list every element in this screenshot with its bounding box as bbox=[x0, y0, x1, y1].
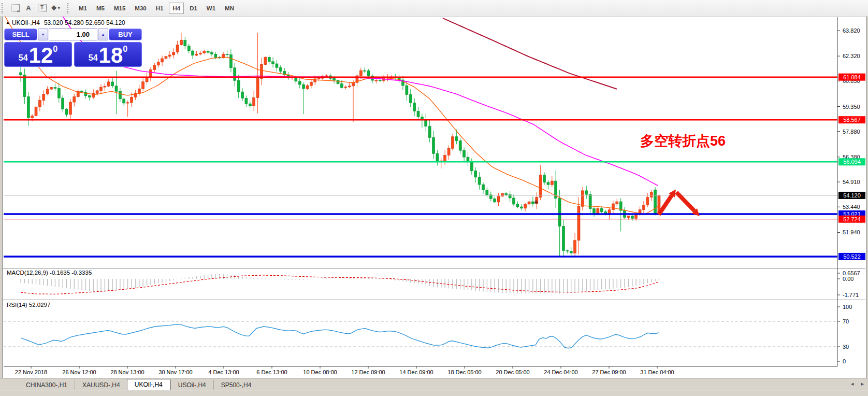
text-box-button[interactable]: T bbox=[35, 2, 49, 15]
chart-tab-ukoil-h4[interactable]: UKOil-,H4 bbox=[127, 379, 170, 390]
one-click-trading-widget: SELL ▾ ▴ BUY 54 12 0 54 18 0 bbox=[4, 29, 142, 68]
top-toolbar: F A T ❖ ▾ M1M5M15M30H1H4D1W1MN bbox=[0, 0, 868, 17]
status-bar bbox=[0, 390, 868, 396]
volume-input[interactable] bbox=[49, 29, 97, 40]
macd-indicator-label: MACD(12,26,9) -0.1635 -0.3335 bbox=[7, 270, 92, 276]
buy-button[interactable]: BUY bbox=[109, 29, 142, 40]
chart-tab-usoil-h4[interactable]: USOil-,H4 bbox=[170, 380, 213, 390]
tabs-container: CHINA300-,H1XAUUSD-,H4UKOil-,H4USOil-,H4… bbox=[19, 379, 258, 390]
sell-price-panel[interactable]: 54 12 0 bbox=[4, 42, 72, 67]
timeframe-button-h1[interactable]: H1 bbox=[152, 3, 167, 14]
timeframe-button-m15[interactable]: M15 bbox=[110, 3, 129, 14]
chart-frame-icon: F bbox=[11, 4, 20, 12]
shapes-button[interactable]: ❖ ▾ bbox=[49, 2, 62, 15]
tab-scroll-right-icon[interactable]: ▸ bbox=[861, 380, 864, 387]
sell-price-big: 12 bbox=[29, 47, 53, 64]
timeframe-button-h4[interactable]: H4 bbox=[169, 3, 184, 14]
timeframe-button-m1[interactable]: M1 bbox=[75, 3, 91, 14]
shapes-icon: ❖ bbox=[51, 4, 57, 12]
sell-button[interactable]: SELL bbox=[4, 29, 37, 40]
chart-tab-xauusd-h4[interactable]: XAUUSD-,H4 bbox=[75, 380, 127, 390]
buy-price-panel[interactable]: 54 18 0 bbox=[74, 42, 142, 67]
timeframe-button-m30[interactable]: M30 bbox=[131, 3, 150, 14]
tab-scroll-left-icon[interactable]: ◂ bbox=[851, 380, 854, 387]
chart-tab-china300-h1[interactable]: CHINA300-,H1 bbox=[19, 380, 75, 390]
chevron-down-icon: ▾ bbox=[58, 6, 60, 10]
symbol-name: UKOil-,H4 bbox=[12, 19, 40, 26]
collapse-arrow-icon[interactable]: ▲ bbox=[6, 20, 10, 25]
chart-frame-button[interactable]: F bbox=[8, 2, 22, 15]
timeframe-button-group: M1M5M15M30H1H4D1W1MN bbox=[74, 3, 239, 14]
volume-decrease-button[interactable]: ▾ bbox=[38, 29, 48, 40]
rsi-indicator-label: RSI(14) 52.0297 bbox=[7, 302, 50, 308]
timeframe-button-mn[interactable]: MN bbox=[221, 3, 238, 14]
timeframe-button-w1[interactable]: W1 bbox=[203, 3, 219, 14]
buy-price-prefix: 54 bbox=[89, 53, 98, 63]
buy-price-sup: 0 bbox=[123, 45, 127, 54]
timeframe-button-d1[interactable]: D1 bbox=[186, 3, 201, 14]
toolbar-grip-2[interactable] bbox=[67, 3, 71, 13]
chart-tab-sp500-h4[interactable]: SP500-,H4 bbox=[213, 380, 259, 390]
sell-price-sup: 0 bbox=[53, 45, 57, 54]
chart-window[interactable] bbox=[2, 16, 866, 390]
sell-price-prefix: 54 bbox=[19, 53, 28, 63]
chart-tab-bar: CHINA300-,H1XAUUSD-,H4UKOil-,H4USOil-,H4… bbox=[0, 378, 868, 390]
chart-annotation-text: 多空转折点56 bbox=[640, 132, 726, 150]
toolbar-grip[interactable] bbox=[2, 3, 5, 13]
ohlc-values: 53.020 54.280 52.650 54.120 bbox=[44, 19, 125, 26]
text-label-icon: A bbox=[26, 4, 31, 12]
volume-increase-button[interactable]: ▴ bbox=[98, 29, 108, 40]
chart-symbol-title: ▲UKOil-,H453.020 54.280 52.650 54.120 bbox=[6, 19, 125, 26]
text-label-button[interactable]: A bbox=[22, 2, 35, 15]
timeframe-button-m5[interactable]: M5 bbox=[93, 3, 108, 14]
text-box-icon: T bbox=[38, 4, 47, 12]
buy-price-big: 18 bbox=[99, 47, 123, 64]
